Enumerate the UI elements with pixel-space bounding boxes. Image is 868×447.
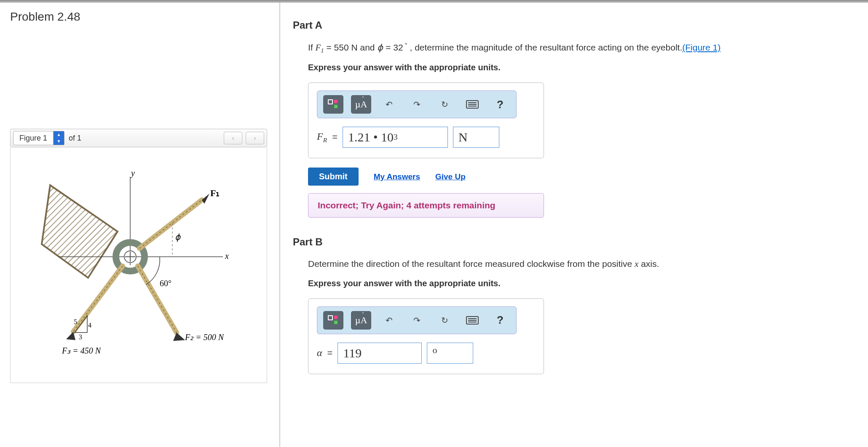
help-icon[interactable]: ?: [490, 311, 510, 330]
give-up-link[interactable]: Give Up: [435, 172, 466, 181]
svg-rect-30: [334, 100, 338, 103]
svg-rect-32: [328, 316, 332, 320]
my-answers-link[interactable]: My Answers: [374, 172, 420, 181]
redo-icon[interactable]: ↷: [407, 311, 427, 330]
problem-title: Problem 2.48: [10, 10, 269, 24]
figure-image: y x F₁ ϕ F₂ = 500 N: [10, 147, 267, 383]
svg-text:F₁: F₁: [210, 188, 220, 198]
svg-text:4: 4: [88, 322, 91, 329]
part-a-units-instruction: Express your answer with the appropriate…: [308, 63, 855, 72]
reset-icon[interactable]: ↻: [434, 311, 455, 330]
svg-line-21: [73, 266, 123, 332]
part-b-value-input[interactable]: 119: [338, 343, 422, 364]
submit-button[interactable]: Submit: [308, 168, 359, 186]
figure-count: of 1: [69, 134, 81, 143]
part-a-variable: FR: [317, 131, 327, 144]
units-button[interactable]: µA°: [351, 311, 371, 330]
part-a-answer-line: FR = 1.21 • 103 N: [317, 127, 535, 148]
redo-icon[interactable]: ↷: [407, 95, 427, 114]
part-b-variable: α: [317, 347, 322, 359]
template-icon[interactable]: [323, 311, 343, 330]
svg-rect-29: [328, 100, 332, 104]
reset-icon[interactable]: ↻: [434, 95, 455, 114]
undo-icon[interactable]: ↶: [379, 311, 399, 330]
svg-text:5: 5: [74, 318, 77, 325]
part-b-prompt: Determine the direction of the resultant…: [308, 257, 855, 271]
svg-rect-34: [334, 321, 338, 324]
part-b-toolbar: µA° ↶ ↷ ↻ ?: [317, 306, 517, 334]
part-a-unit-input[interactable]: N: [453, 127, 499, 148]
figure-prev-button[interactable]: ‹: [224, 132, 242, 144]
svg-text:3: 3: [79, 333, 82, 341]
right-panel: Part A If F1 = 550 N and ϕ = 32 ° , dete…: [280, 3, 868, 447]
template-icon[interactable]: [323, 95, 343, 114]
part-a-label: Part A: [293, 19, 855, 31]
part-a-value-input[interactable]: 1.21 • 103: [343, 127, 448, 148]
svg-text:60°: 60°: [160, 279, 171, 288]
part-b-answer-box: µA° ↶ ↷ ↻ ? α = 119 o: [308, 298, 544, 374]
figure-spinner-icon[interactable]: ▲▼: [53, 131, 64, 145]
part-a-feedback: Incorrect; Try Again; 4 attempts remaini…: [308, 193, 544, 218]
help-icon[interactable]: ?: [490, 95, 510, 114]
svg-text:F₂ = 500 N: F₂ = 500 N: [185, 333, 225, 342]
undo-icon[interactable]: ↶: [379, 95, 399, 114]
svg-text:F₃ = 450 N: F₃ = 450 N: [62, 346, 102, 355]
svg-text:y: y: [130, 168, 135, 178]
keyboard-icon[interactable]: [462, 311, 482, 330]
part-a-prompt: If F1 = 550 N and ϕ = 32 ° , determine t…: [308, 40, 855, 55]
figure-link[interactable]: (Figure 1): [682, 43, 721, 52]
part-a-answer-box: µA° ↶ ↷ ↻ ? FR = 1.21 • 103 N: [308, 82, 544, 158]
figure-selector[interactable]: Figure 1 ▲▼: [13, 131, 64, 145]
svg-text:x: x: [225, 251, 229, 261]
part-b-unit-input[interactable]: o: [427, 343, 473, 364]
svg-text:ϕ: ϕ: [175, 232, 181, 242]
part-b-units-instruction: Express your answer with the appropriate…: [308, 279, 855, 288]
units-button[interactable]: µA°: [351, 95, 371, 114]
left-panel: Problem 2.48 Figure 1 ▲▼ of 1 ‹ › y x: [0, 3, 280, 447]
figure-toolbar: Figure 1 ▲▼ of 1 ‹ ›: [10, 129, 267, 147]
keyboard-icon[interactable]: [462, 95, 482, 114]
svg-rect-31: [334, 105, 338, 108]
svg-marker-1: [42, 185, 118, 278]
figure-label: Figure 1: [13, 134, 53, 143]
part-b-answer-line: α = 119 o: [317, 343, 535, 364]
part-a-actions: Submit My Answers Give Up: [308, 168, 855, 186]
part-a-toolbar: µA° ↶ ↷ ↻ ?: [317, 90, 517, 118]
svg-rect-33: [334, 316, 338, 319]
figure-next-button[interactable]: ›: [246, 132, 264, 144]
part-b-label: Part B: [293, 236, 855, 248]
